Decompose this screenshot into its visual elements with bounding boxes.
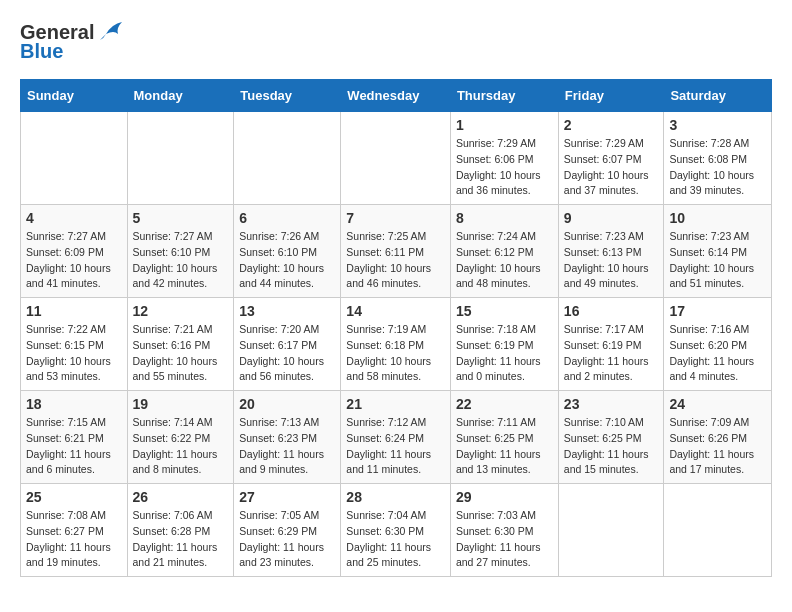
day-info: Sunrise: 7:27 AM Sunset: 6:10 PM Dayligh… [133, 229, 229, 292]
day-number: 7 [346, 210, 445, 226]
day-info: Sunrise: 7:21 AM Sunset: 6:16 PM Dayligh… [133, 322, 229, 385]
day-number: 14 [346, 303, 445, 319]
day-info: Sunrise: 7:20 AM Sunset: 6:17 PM Dayligh… [239, 322, 335, 385]
day-number: 9 [564, 210, 659, 226]
day-info: Sunrise: 7:18 AM Sunset: 6:19 PM Dayligh… [456, 322, 553, 385]
weekday-header-saturday: Saturday [664, 80, 772, 112]
day-number: 23 [564, 396, 659, 412]
calendar-body: 1Sunrise: 7:29 AM Sunset: 6:06 PM Daylig… [21, 112, 772, 577]
calendar-cell: 18Sunrise: 7:15 AM Sunset: 6:21 PM Dayli… [21, 391, 128, 484]
calendar-cell: 4Sunrise: 7:27 AM Sunset: 6:09 PM Daylig… [21, 205, 128, 298]
day-info: Sunrise: 7:28 AM Sunset: 6:08 PM Dayligh… [669, 136, 766, 199]
day-info: Sunrise: 7:16 AM Sunset: 6:20 PM Dayligh… [669, 322, 766, 385]
calendar-cell: 9Sunrise: 7:23 AM Sunset: 6:13 PM Daylig… [558, 205, 664, 298]
day-number: 13 [239, 303, 335, 319]
day-info: Sunrise: 7:23 AM Sunset: 6:14 PM Dayligh… [669, 229, 766, 292]
calendar-cell: 13Sunrise: 7:20 AM Sunset: 6:17 PM Dayli… [234, 298, 341, 391]
day-number: 8 [456, 210, 553, 226]
calendar-cell: 1Sunrise: 7:29 AM Sunset: 6:06 PM Daylig… [450, 112, 558, 205]
calendar-cell [558, 484, 664, 577]
weekday-header-thursday: Thursday [450, 80, 558, 112]
day-info: Sunrise: 7:03 AM Sunset: 6:30 PM Dayligh… [456, 508, 553, 571]
day-number: 29 [456, 489, 553, 505]
calendar-cell: 24Sunrise: 7:09 AM Sunset: 6:26 PM Dayli… [664, 391, 772, 484]
day-number: 28 [346, 489, 445, 505]
calendar-cell: 29Sunrise: 7:03 AM Sunset: 6:30 PM Dayli… [450, 484, 558, 577]
calendar-cell [234, 112, 341, 205]
calendar-cell: 19Sunrise: 7:14 AM Sunset: 6:22 PM Dayli… [127, 391, 234, 484]
day-number: 20 [239, 396, 335, 412]
calendar-cell: 16Sunrise: 7:17 AM Sunset: 6:19 PM Dayli… [558, 298, 664, 391]
day-info: Sunrise: 7:09 AM Sunset: 6:26 PM Dayligh… [669, 415, 766, 478]
calendar-cell: 17Sunrise: 7:16 AM Sunset: 6:20 PM Dayli… [664, 298, 772, 391]
day-info: Sunrise: 7:10 AM Sunset: 6:25 PM Dayligh… [564, 415, 659, 478]
day-info: Sunrise: 7:14 AM Sunset: 6:22 PM Dayligh… [133, 415, 229, 478]
calendar-cell [21, 112, 128, 205]
calendar-cell: 23Sunrise: 7:10 AM Sunset: 6:25 PM Dayli… [558, 391, 664, 484]
calendar: SundayMondayTuesdayWednesdayThursdayFrid… [20, 79, 772, 577]
day-number: 22 [456, 396, 553, 412]
calendar-cell: 2Sunrise: 7:29 AM Sunset: 6:07 PM Daylig… [558, 112, 664, 205]
day-number: 11 [26, 303, 122, 319]
calendar-cell: 12Sunrise: 7:21 AM Sunset: 6:16 PM Dayli… [127, 298, 234, 391]
calendar-cell: 5Sunrise: 7:27 AM Sunset: 6:10 PM Daylig… [127, 205, 234, 298]
logo-blue-text: Blue [20, 40, 63, 63]
day-number: 5 [133, 210, 229, 226]
day-number: 12 [133, 303, 229, 319]
day-info: Sunrise: 7:11 AM Sunset: 6:25 PM Dayligh… [456, 415, 553, 478]
calendar-cell: 14Sunrise: 7:19 AM Sunset: 6:18 PM Dayli… [341, 298, 451, 391]
day-number: 4 [26, 210, 122, 226]
weekday-header-monday: Monday [127, 80, 234, 112]
day-info: Sunrise: 7:22 AM Sunset: 6:15 PM Dayligh… [26, 322, 122, 385]
calendar-cell: 22Sunrise: 7:11 AM Sunset: 6:25 PM Dayli… [450, 391, 558, 484]
calendar-cell: 6Sunrise: 7:26 AM Sunset: 6:10 PM Daylig… [234, 205, 341, 298]
day-number: 17 [669, 303, 766, 319]
day-number: 21 [346, 396, 445, 412]
day-number: 26 [133, 489, 229, 505]
calendar-cell: 20Sunrise: 7:13 AM Sunset: 6:23 PM Dayli… [234, 391, 341, 484]
week-row-1: 1Sunrise: 7:29 AM Sunset: 6:06 PM Daylig… [21, 112, 772, 205]
day-number: 3 [669, 117, 766, 133]
calendar-header: SundayMondayTuesdayWednesdayThursdayFrid… [21, 80, 772, 112]
weekday-header-wednesday: Wednesday [341, 80, 451, 112]
weekday-header-friday: Friday [558, 80, 664, 112]
week-row-5: 25Sunrise: 7:08 AM Sunset: 6:27 PM Dayli… [21, 484, 772, 577]
day-info: Sunrise: 7:19 AM Sunset: 6:18 PM Dayligh… [346, 322, 445, 385]
day-number: 18 [26, 396, 122, 412]
calendar-cell: 21Sunrise: 7:12 AM Sunset: 6:24 PM Dayli… [341, 391, 451, 484]
day-number: 19 [133, 396, 229, 412]
calendar-cell [341, 112, 451, 205]
calendar-cell: 27Sunrise: 7:05 AM Sunset: 6:29 PM Dayli… [234, 484, 341, 577]
calendar-cell: 10Sunrise: 7:23 AM Sunset: 6:14 PM Dayli… [664, 205, 772, 298]
logo-bird-icon [96, 16, 124, 44]
day-number: 10 [669, 210, 766, 226]
day-number: 16 [564, 303, 659, 319]
weekday-header-tuesday: Tuesday [234, 80, 341, 112]
calendar-cell: 8Sunrise: 7:24 AM Sunset: 6:12 PM Daylig… [450, 205, 558, 298]
day-info: Sunrise: 7:04 AM Sunset: 6:30 PM Dayligh… [346, 508, 445, 571]
day-info: Sunrise: 7:27 AM Sunset: 6:09 PM Dayligh… [26, 229, 122, 292]
calendar-cell: 25Sunrise: 7:08 AM Sunset: 6:27 PM Dayli… [21, 484, 128, 577]
day-info: Sunrise: 7:13 AM Sunset: 6:23 PM Dayligh… [239, 415, 335, 478]
calendar-cell: 7Sunrise: 7:25 AM Sunset: 6:11 PM Daylig… [341, 205, 451, 298]
day-number: 25 [26, 489, 122, 505]
logo: General Blue [20, 20, 124, 63]
day-number: 1 [456, 117, 553, 133]
calendar-cell: 26Sunrise: 7:06 AM Sunset: 6:28 PM Dayli… [127, 484, 234, 577]
day-info: Sunrise: 7:15 AM Sunset: 6:21 PM Dayligh… [26, 415, 122, 478]
day-number: 27 [239, 489, 335, 505]
calendar-cell: 3Sunrise: 7:28 AM Sunset: 6:08 PM Daylig… [664, 112, 772, 205]
day-info: Sunrise: 7:26 AM Sunset: 6:10 PM Dayligh… [239, 229, 335, 292]
day-info: Sunrise: 7:05 AM Sunset: 6:29 PM Dayligh… [239, 508, 335, 571]
day-info: Sunrise: 7:24 AM Sunset: 6:12 PM Dayligh… [456, 229, 553, 292]
day-number: 2 [564, 117, 659, 133]
calendar-cell [127, 112, 234, 205]
calendar-cell: 15Sunrise: 7:18 AM Sunset: 6:19 PM Dayli… [450, 298, 558, 391]
day-info: Sunrise: 7:17 AM Sunset: 6:19 PM Dayligh… [564, 322, 659, 385]
week-row-3: 11Sunrise: 7:22 AM Sunset: 6:15 PM Dayli… [21, 298, 772, 391]
week-row-4: 18Sunrise: 7:15 AM Sunset: 6:21 PM Dayli… [21, 391, 772, 484]
day-info: Sunrise: 7:23 AM Sunset: 6:13 PM Dayligh… [564, 229, 659, 292]
day-info: Sunrise: 7:29 AM Sunset: 6:06 PM Dayligh… [456, 136, 553, 199]
day-info: Sunrise: 7:25 AM Sunset: 6:11 PM Dayligh… [346, 229, 445, 292]
calendar-cell [664, 484, 772, 577]
